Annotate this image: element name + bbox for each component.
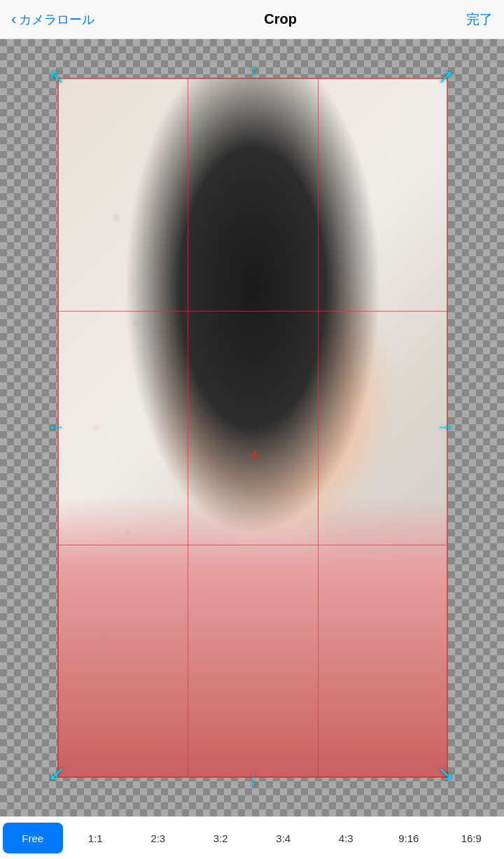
handle-bottom-left[interactable]: ↙ <box>43 760 69 785</box>
handle-top-left[interactable]: ↖ <box>43 64 69 89</box>
ratio-btn-3x4[interactable]: 3:4 <box>253 823 314 853</box>
photo-image <box>57 78 448 778</box>
ratio-btn-1x1[interactable]: 1:1 <box>66 823 126 853</box>
ratio-btn-2x3[interactable]: 2:3 <box>128 823 188 853</box>
ratio-btn-3x2[interactable]: 3:2 <box>191 823 251 853</box>
crop-area[interactable]: ↖ ↑ ↗ ← → ↙ ↓ ↘ ✛ <box>0 39 504 816</box>
handle-middle-right[interactable]: → <box>433 414 458 440</box>
ratio-btn-free[interactable]: Free <box>3 823 63 853</box>
page-title: Crop <box>264 11 297 27</box>
ratio-btn-16x9[interactable]: 16:9 <box>442 823 502 853</box>
handle-top-right[interactable]: ↗ <box>433 64 458 89</box>
ratio-btn-4x3[interactable]: 4:3 <box>316 823 377 853</box>
done-button[interactable]: 完了 <box>466 11 493 29</box>
handle-middle-left[interactable]: ← <box>43 414 69 440</box>
back-button[interactable]: ‹ カメラロール <box>11 11 94 29</box>
handle-top-center[interactable]: ↑ <box>241 59 266 84</box>
handle-bottom-center[interactable]: ↓ <box>241 766 266 791</box>
ratio-btn-9x16[interactable]: 9:16 <box>379 823 439 853</box>
photo-container <box>57 78 448 778</box>
back-label: カメラロール <box>19 11 94 28</box>
bottom-toolbar: Free 1:1 2:3 3:2 3:4 4:3 9:16 16:9 <box>0 816 504 859</box>
header: ‹ カメラロール Crop 完了 <box>0 0 504 39</box>
chevron-left-icon: ‹ <box>11 11 16 29</box>
handle-bottom-right[interactable]: ↘ <box>433 760 458 785</box>
